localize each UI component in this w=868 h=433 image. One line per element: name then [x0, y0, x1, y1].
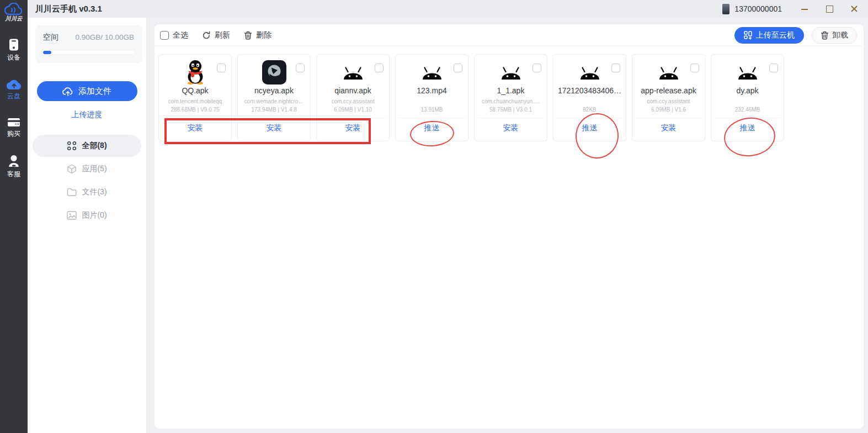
delete-button[interactable]: 删除 [244, 30, 271, 40]
category-files[interactable]: 文件(3) [33, 181, 141, 203]
delete-label: 删除 [256, 30, 271, 40]
account-phone-number: 13700000001 [734, 4, 782, 13]
titlebar: 川川云手机 v0.3.1 13700000001 [28, 0, 868, 18]
sidebar-item-cloud-disk[interactable]: 云盘 [7, 78, 22, 101]
card-divider [400, 118, 464, 118]
file-package: com.tencent.mobileqq [168, 98, 222, 105]
file-checkbox[interactable] [611, 64, 620, 72]
file-name: dy.apk [736, 86, 758, 95]
file-checkbox[interactable] [296, 64, 305, 72]
file-checkbox[interactable] [217, 64, 226, 72]
file-action-link[interactable]: 推送 [424, 123, 440, 133]
main-panel: 全选 刷新 删除 [155, 24, 864, 429]
file-action-link[interactable]: 安装 [188, 123, 203, 133]
logo-text: 川川云 [4, 15, 23, 23]
file-action-link[interactable]: 推送 [582, 123, 598, 133]
upload-progress-link[interactable]: 上传进度 [28, 110, 146, 120]
category-images[interactable]: 图片(0) [33, 204, 141, 226]
file-checkbox[interactable] [690, 64, 699, 72]
file-package: com.chuanchuanyun.… [482, 98, 540, 105]
nav-rail: 川川云 设备 云盘 [0, 0, 28, 433]
left-panel: 空间 0.90GB/ 10.00GB 添加文件 上传进度 全部(8) [28, 18, 147, 433]
select-all-label: 全选 [173, 30, 188, 40]
card-divider [478, 118, 543, 118]
file-action-link[interactable]: 安装 [267, 123, 282, 133]
sidebar-item-label: 客服 [7, 170, 20, 179]
file-name: qiannv.apk [334, 86, 371, 95]
file-card: 1721203483406… 82KB 推送 [553, 54, 626, 141]
category-label: 应用(5) [82, 164, 106, 174]
android-icon [577, 64, 603, 81]
file-card: 123.mp4 13.91MB 推送 [395, 54, 468, 141]
card-divider [715, 118, 780, 118]
upload-to-cloud-button[interactable]: 上传至云机 [734, 27, 804, 44]
file-package: com.ccy.assistant [331, 98, 374, 105]
file-meta: 82KB [583, 107, 596, 113]
cloud-disk-icon [7, 78, 22, 90]
category-label: 图片(0) [82, 210, 106, 220]
android-icon [656, 64, 681, 81]
purchase-icon [7, 117, 20, 128]
upload-cloud-icon [62, 87, 73, 96]
file-action-link[interactable]: 安装 [345, 123, 361, 133]
file-meta: 288.68MB | V9.0.75 [171, 107, 219, 113]
category-label: 文件(3) [82, 187, 106, 197]
file-icon [735, 59, 760, 86]
android-icon [735, 64, 760, 81]
trash-icon [821, 31, 829, 40]
file-icon [656, 59, 681, 86]
card-divider [636, 118, 701, 118]
maximize-button[interactable] [826, 5, 833, 13]
file-meta: 173.94MB | V1.4.8 [251, 107, 297, 113]
category-apps[interactable]: 应用(5) [33, 158, 141, 180]
sidebar-item-device[interactable]: 设备 [7, 38, 22, 62]
file-checkbox[interactable] [375, 64, 384, 72]
file-checkbox[interactable] [532, 64, 541, 72]
sidebar-item-purchase[interactable]: 购买 [7, 117, 22, 139]
storage-space-card: 空间 0.90GB/ 10.00GB [35, 25, 142, 63]
select-all-checkbox[interactable] [160, 31, 169, 40]
refresh-label: 刷新 [215, 30, 230, 40]
add-file-button[interactable]: 添加文件 [37, 81, 137, 101]
qq-app-icon [184, 59, 207, 85]
space-value: 0.90GB/ 10.00GB [75, 33, 134, 41]
file-icon [184, 59, 207, 86]
file-card: 1_1.apk com.chuanchuanyun.… 58.75MB | V3… [474, 54, 547, 141]
file-checkbox[interactable] [769, 64, 778, 72]
refresh-button[interactable]: 刷新 [202, 30, 230, 40]
file-action-link[interactable]: 安装 [661, 123, 677, 133]
trash-icon [244, 31, 252, 40]
sidebar-item-label: 设备 [7, 53, 20, 62]
file-name: app-release.apk [641, 86, 696, 95]
card-divider [321, 118, 385, 118]
file-package: com.wemade.nightcro… [244, 98, 304, 105]
file-action-link[interactable]: 安装 [503, 123, 519, 133]
card-divider [163, 118, 227, 118]
file-name: QQ.apk [182, 86, 208, 95]
category-label: 全部(8) [82, 141, 106, 151]
close-button[interactable] [850, 5, 858, 13]
file-name: 1721203483406… [558, 86, 621, 95]
uninstall-button[interactable]: 卸载 [812, 27, 857, 44]
category-all[interactable]: 全部(8) [33, 135, 141, 157]
file-meta: 6.09MB | V1.6 [651, 107, 686, 113]
file-checkbox[interactable] [454, 64, 462, 72]
file-icon [262, 59, 286, 86]
cloud-logo-icon [4, 3, 23, 16]
grid-icon [67, 141, 77, 151]
file-card: dy.apk 232.46MB 推送 [711, 54, 784, 141]
folder-icon [67, 188, 77, 197]
sidebar-item-label: 购买 [7, 129, 20, 139]
window-title: 川川云手机 v0.3.1 [35, 4, 102, 14]
file-action-link[interactable]: 推送 [740, 123, 755, 133]
sidebar-item-label: 云盘 [7, 92, 20, 101]
sidebar-item-support[interactable]: 客服 [7, 155, 22, 179]
space-progress-fill [43, 51, 51, 54]
select-all-control[interactable]: 全选 [160, 30, 188, 40]
android-icon [498, 64, 524, 81]
file-meta: 58.75MB | V3.0.1 [489, 107, 532, 113]
card-divider [242, 118, 306, 118]
file-icon [340, 59, 366, 86]
minimize-button[interactable] [801, 5, 808, 13]
nightcrow-app-icon [262, 60, 286, 85]
